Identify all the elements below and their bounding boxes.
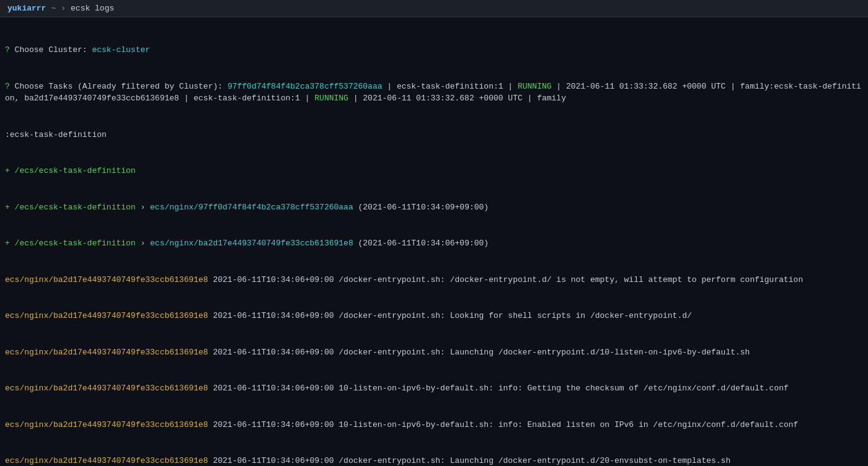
title-arrow: › [61,4,66,13]
line-10: ecs/nginx/ba2d17e4493740749fe33ccb613691… [5,382,863,395]
line-8: ecs/nginx/ba2d17e4493740749fe33ccb613691… [5,310,863,322]
title-user: yukiarrr [7,4,46,13]
line-1: ? Choose Cluster: ecsk-cluster [5,44,863,56]
line-2: ? Choose Tasks (Already filtered by Clus… [5,81,863,105]
line-3: :ecsk-task-definition [5,129,863,141]
terminal-window: yukiarrr ~ › ecsk logs ? Choose Cluster:… [0,0,868,466]
line-9: ecs/nginx/ba2d17e4493740749fe33ccb613691… [5,346,863,359]
line-4: + /ecs/ecsk-task-definition [5,165,863,177]
terminal-content: ? Choose Cluster: ecsk-cluster ? Choose … [0,17,868,466]
line-11: ecs/nginx/ba2d17e4493740749fe33ccb613691… [5,419,863,431]
title-bar: yukiarrr ~ › ecsk logs [0,0,868,17]
line-5: + /ecs/ecsk-task-definition › ecs/nginx/… [5,201,863,214]
line-12: ecs/nginx/ba2d17e4493740749fe33ccb613691… [5,455,863,466]
line-7: ecs/nginx/ba2d17e4493740749fe33ccb613691… [5,274,863,286]
line-6: + /ecs/ecsk-task-definition › ecs/nginx/… [5,237,863,250]
title-command: ecsk logs [71,4,114,13]
title-separator: ~ [51,4,56,13]
